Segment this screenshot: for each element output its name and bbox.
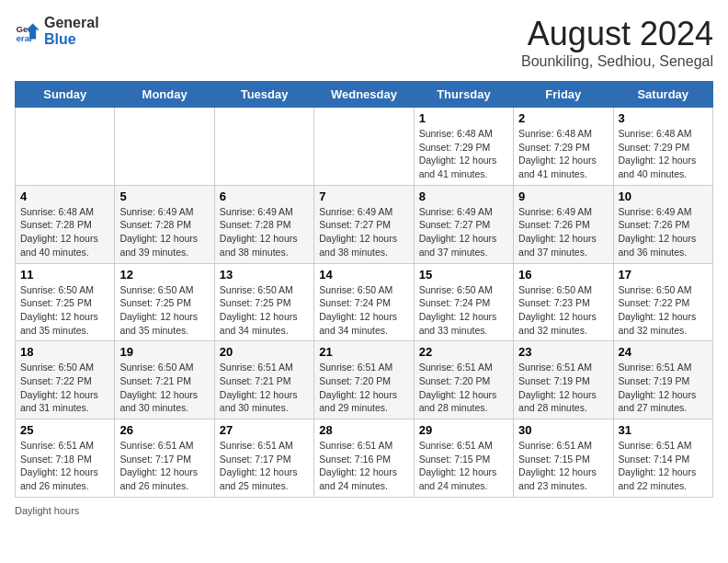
- cell-day-number: 23: [518, 345, 608, 359]
- cell-info: Sunrise: 6:51 AM Sunset: 7:14 PM Dayligh…: [619, 439, 708, 493]
- calendar-cell: 12Sunrise: 6:50 AM Sunset: 7:25 PM Dayli…: [115, 263, 214, 341]
- cell-info: Sunrise: 6:51 AM Sunset: 7:16 PM Dayligh…: [319, 439, 408, 493]
- cell-day-number: 1: [419, 111, 508, 125]
- title-section: August 2024 Bounkiling, Sedhiou, Senegal: [521, 15, 713, 70]
- calendar-cell: 30Sunrise: 6:51 AM Sunset: 7:15 PM Dayli…: [514, 419, 613, 498]
- cell-info: Sunrise: 6:50 AM Sunset: 7:25 PM Dayligh…: [20, 283, 109, 338]
- cell-info: Sunrise: 6:48 AM Sunset: 7:29 PM Dayligh…: [619, 127, 708, 181]
- cell-day-number: 27: [220, 423, 309, 437]
- cell-info: Sunrise: 6:49 AM Sunset: 7:26 PM Dayligh…: [619, 205, 708, 259]
- calendar-cell: 8Sunrise: 6:49 AM Sunset: 7:27 PM Daylig…: [414, 185, 513, 263]
- cell-info: Sunrise: 6:50 AM Sunset: 7:24 PM Dayligh…: [319, 283, 408, 338]
- calendar-cell: 28Sunrise: 6:51 AM Sunset: 7:16 PM Dayli…: [314, 419, 414, 498]
- calendar-cell: 11Sunrise: 6:50 AM Sunset: 7:25 PM Dayli…: [16, 263, 115, 341]
- calendar-cell: 24Sunrise: 6:51 AM Sunset: 7:19 PM Dayli…: [613, 341, 712, 419]
- cell-day-number: 19: [119, 345, 209, 359]
- calendar-cell: 7Sunrise: 6:49 AM Sunset: 7:27 PM Daylig…: [314, 185, 414, 263]
- calendar-cell: 20Sunrise: 6:51 AM Sunset: 7:21 PM Dayli…: [214, 341, 313, 419]
- cell-day-number: 6: [220, 190, 309, 203]
- cell-day-number: 12: [119, 268, 209, 282]
- calendar-cell: 16Sunrise: 6:50 AM Sunset: 7:23 PM Dayli…: [514, 263, 613, 341]
- cell-day-number: 15: [419, 268, 508, 282]
- calendar-cell: 5Sunrise: 6:49 AM Sunset: 7:28 PM Daylig…: [115, 185, 214, 263]
- cell-info: Sunrise: 6:51 AM Sunset: 7:17 PM Dayligh…: [220, 439, 309, 493]
- cell-day-number: 20: [220, 345, 309, 359]
- cell-info: Sunrise: 6:49 AM Sunset: 7:28 PM Dayligh…: [220, 205, 309, 259]
- calendar-cell: 14Sunrise: 6:50 AM Sunset: 7:24 PM Dayli…: [314, 263, 414, 341]
- cell-day-number: 10: [619, 190, 708, 203]
- calendar-cell: 13Sunrise: 6:50 AM Sunset: 7:25 PM Dayli…: [214, 263, 313, 341]
- cell-info: Sunrise: 6:49 AM Sunset: 7:28 PM Dayligh…: [119, 205, 209, 259]
- cell-day-number: 25: [20, 423, 109, 437]
- cell-info: Sunrise: 6:51 AM Sunset: 7:21 PM Dayligh…: [220, 361, 309, 415]
- calendar-cell: [16, 108, 115, 186]
- page-header: Gen eral General Blue August 2024 Bounki…: [15, 15, 713, 70]
- calendar-cell: 6Sunrise: 6:49 AM Sunset: 7:28 PM Daylig…: [214, 185, 313, 263]
- cell-day-number: 28: [319, 423, 408, 437]
- cell-info: Sunrise: 6:48 AM Sunset: 7:29 PM Dayligh…: [518, 127, 608, 181]
- calendar-cell: 31Sunrise: 6:51 AM Sunset: 7:14 PM Dayli…: [613, 419, 712, 498]
- cell-info: Sunrise: 6:48 AM Sunset: 7:29 PM Dayligh…: [419, 127, 508, 181]
- day-of-week-header: Friday: [514, 82, 613, 108]
- calendar-cell: [214, 108, 313, 186]
- day-of-week-header: Thursday: [414, 82, 513, 108]
- cell-day-number: 24: [619, 345, 708, 359]
- calendar-cell: 17Sunrise: 6:50 AM Sunset: 7:22 PM Dayli…: [613, 263, 712, 341]
- cell-day-number: 21: [319, 345, 408, 359]
- cell-info: Sunrise: 6:50 AM Sunset: 7:22 PM Dayligh…: [20, 361, 109, 415]
- cell-info: Sunrise: 6:51 AM Sunset: 7:19 PM Dayligh…: [619, 361, 708, 415]
- cell-info: Sunrise: 6:50 AM Sunset: 7:25 PM Dayligh…: [220, 283, 309, 338]
- calendar-cell: 23Sunrise: 6:51 AM Sunset: 7:19 PM Dayli…: [514, 341, 613, 419]
- cell-info: Sunrise: 6:48 AM Sunset: 7:28 PM Dayligh…: [20, 205, 109, 259]
- cell-info: Sunrise: 6:50 AM Sunset: 7:25 PM Dayligh…: [119, 283, 209, 338]
- calendar-cell: 19Sunrise: 6:50 AM Sunset: 7:21 PM Dayli…: [115, 341, 214, 419]
- day-of-week-header: Sunday: [16, 82, 115, 108]
- cell-day-number: 9: [518, 190, 608, 203]
- calendar-cell: 10Sunrise: 6:49 AM Sunset: 7:26 PM Dayli…: [613, 185, 712, 263]
- cell-day-number: 8: [419, 190, 508, 203]
- calendar-cell: 4Sunrise: 6:48 AM Sunset: 7:28 PM Daylig…: [16, 185, 115, 263]
- calendar-cell: 1Sunrise: 6:48 AM Sunset: 7:29 PM Daylig…: [414, 108, 513, 186]
- calendar-cell: 3Sunrise: 6:48 AM Sunset: 7:29 PM Daylig…: [613, 108, 712, 186]
- calendar-table: SundayMondayTuesdayWednesdayThursdayFrid…: [15, 81, 713, 498]
- calendar-cell: 21Sunrise: 6:51 AM Sunset: 7:20 PM Dayli…: [314, 341, 414, 419]
- cell-day-number: 2: [518, 111, 608, 125]
- cell-day-number: 11: [20, 268, 109, 282]
- cell-info: Sunrise: 6:51 AM Sunset: 7:19 PM Dayligh…: [518, 361, 608, 415]
- calendar-cell: 2Sunrise: 6:48 AM Sunset: 7:29 PM Daylig…: [514, 108, 613, 186]
- cell-info: Sunrise: 6:49 AM Sunset: 7:26 PM Dayligh…: [518, 205, 608, 259]
- cell-info: Sunrise: 6:50 AM Sunset: 7:23 PM Dayligh…: [518, 283, 608, 338]
- calendar-cell: 29Sunrise: 6:51 AM Sunset: 7:15 PM Dayli…: [414, 419, 513, 498]
- cell-info: Sunrise: 6:51 AM Sunset: 7:20 PM Dayligh…: [319, 361, 408, 415]
- cell-info: Sunrise: 6:50 AM Sunset: 7:24 PM Dayligh…: [419, 283, 508, 338]
- cell-day-number: 18: [20, 345, 109, 359]
- calendar-cell: [314, 108, 414, 186]
- cell-day-number: 3: [619, 111, 708, 125]
- cell-info: Sunrise: 6:51 AM Sunset: 7:17 PM Dayligh…: [119, 439, 209, 493]
- logo-blue-text: Blue: [44, 31, 99, 48]
- day-of-week-header: Monday: [115, 82, 214, 108]
- cell-day-number: 31: [619, 423, 708, 437]
- footer-note: Daylight hours: [15, 505, 713, 516]
- cell-day-number: 26: [119, 423, 209, 437]
- day-of-week-header: Wednesday: [314, 82, 414, 108]
- logo-general-text: General: [44, 15, 99, 31]
- cell-day-number: 22: [419, 345, 508, 359]
- cell-day-number: 29: [419, 423, 508, 437]
- calendar-cell: 27Sunrise: 6:51 AM Sunset: 7:17 PM Dayli…: [214, 419, 313, 498]
- calendar-cell: 15Sunrise: 6:50 AM Sunset: 7:24 PM Dayli…: [414, 263, 513, 341]
- calendar-cell: 26Sunrise: 6:51 AM Sunset: 7:17 PM Dayli…: [115, 419, 214, 498]
- cell-info: Sunrise: 6:51 AM Sunset: 7:20 PM Dayligh…: [419, 361, 508, 415]
- calendar-cell: 18Sunrise: 6:50 AM Sunset: 7:22 PM Dayli…: [16, 341, 115, 419]
- cell-day-number: 13: [220, 268, 309, 282]
- cell-info: Sunrise: 6:49 AM Sunset: 7:27 PM Dayligh…: [419, 205, 508, 259]
- logo: Gen eral General Blue: [15, 15, 99, 47]
- calendar-cell: 25Sunrise: 6:51 AM Sunset: 7:18 PM Dayli…: [16, 419, 115, 498]
- cell-info: Sunrise: 6:50 AM Sunset: 7:22 PM Dayligh…: [619, 283, 708, 338]
- cell-day-number: 4: [20, 190, 109, 203]
- cell-info: Sunrise: 6:51 AM Sunset: 7:15 PM Dayligh…: [419, 439, 508, 493]
- day-of-week-header: Tuesday: [214, 82, 313, 108]
- cell-day-number: 30: [518, 423, 608, 437]
- calendar-cell: 9Sunrise: 6:49 AM Sunset: 7:26 PM Daylig…: [514, 185, 613, 263]
- cell-day-number: 14: [319, 268, 408, 282]
